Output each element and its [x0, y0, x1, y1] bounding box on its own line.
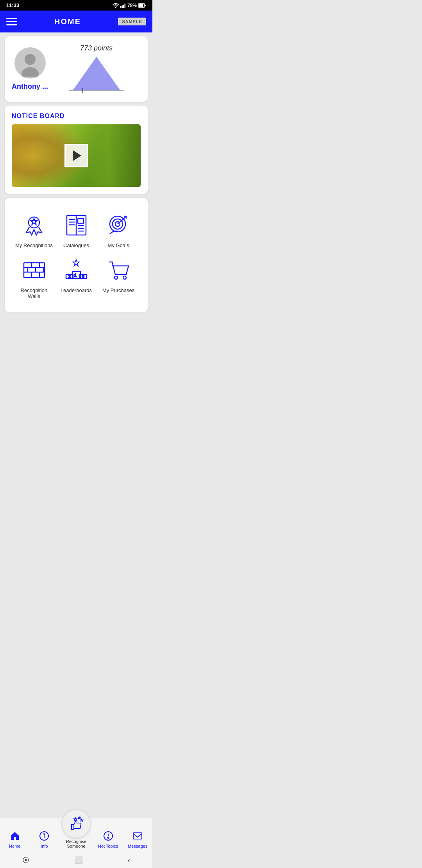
wall-icon [20, 256, 48, 283]
points-chart [69, 55, 124, 94]
menu-item-purchases[interactable]: My Purchases [99, 256, 138, 299]
svg-point-49 [114, 276, 118, 279]
wifi-icon [113, 3, 119, 8]
video-play-button[interactable] [64, 144, 88, 167]
svg-marker-10 [73, 57, 120, 90]
svg-rect-7 [139, 4, 143, 7]
svg-point-8 [25, 54, 36, 65]
menu-grid-card: My Recognitions [5, 198, 148, 312]
battery-icon [138, 3, 146, 8]
menu-button[interactable] [6, 18, 17, 25]
menu-item-recognition-walls[interactable]: Recognition Walls [15, 256, 53, 299]
svg-point-50 [123, 276, 126, 279]
battery-text: 78% [127, 3, 137, 8]
svg-rect-19 [78, 219, 84, 223]
header: HOME SAMPLE [0, 11, 152, 32]
svg-text:1: 1 [74, 273, 77, 278]
status-time: 11:33 [6, 2, 19, 8]
profile-right: 773 points [48, 44, 141, 94]
menu-item-goals[interactable]: My Goals [99, 211, 138, 248]
menu-grid: My Recognitions [12, 205, 141, 305]
status-bar: 11:33 78% [0, 0, 152, 11]
award-icon [20, 211, 48, 239]
svg-rect-32 [24, 263, 45, 278]
menu-item-catalogues[interactable]: Catalogues [57, 211, 95, 248]
svg-marker-48 [73, 260, 79, 266]
menu-label-catalogues: Catalogues [63, 242, 89, 248]
menu-label-purchases: My Purchases [102, 287, 134, 293]
menu-label-recognition-walls: Recognition Walls [15, 287, 53, 299]
avatar [14, 47, 46, 79]
notice-board-card: NOTICE BOARD [5, 106, 148, 194]
svg-text:3: 3 [82, 274, 84, 278]
profile-card: Anthony ... 773 points [5, 36, 148, 102]
svg-rect-2 [122, 5, 123, 8]
book-icon [63, 211, 90, 239]
svg-point-0 [115, 7, 116, 7]
status-icons: 78% [113, 3, 146, 8]
menu-item-leaderboards[interactable]: 1 2 3 Leaderboards [57, 256, 95, 299]
svg-rect-1 [120, 6, 122, 8]
profile-name: Anthony ... [12, 82, 48, 91]
signal-icon [120, 3, 126, 8]
svg-rect-4 [124, 4, 125, 8]
notice-board-title: NOTICE BOARD [12, 113, 141, 120]
menu-label-leaderboards: Leaderboards [61, 287, 92, 293]
cart-icon [105, 256, 132, 283]
person-silhouette-icon [16, 49, 44, 77]
target-icon [105, 211, 132, 239]
sample-badge: SAMPLE [118, 18, 146, 25]
profile-left: Anthony ... [12, 47, 48, 91]
menu-label-recognitions: My Recognitions [15, 242, 53, 248]
svg-text:2: 2 [68, 274, 70, 278]
leaderboard-icon: 1 2 3 [63, 256, 90, 283]
svg-line-30 [110, 231, 114, 234]
svg-rect-3 [123, 5, 124, 8]
main-content: Anthony ... 773 points NOTICE BOARD [0, 32, 152, 348]
svg-rect-6 [145, 5, 146, 6]
menu-label-goals: My Goals [108, 242, 129, 248]
svg-point-9 [21, 67, 39, 77]
notice-board-image[interactable] [12, 124, 141, 187]
play-icon [73, 150, 81, 161]
page-title: HOME [54, 17, 81, 26]
menu-item-recognitions[interactable]: My Recognitions [15, 211, 53, 248]
points-display: 773 points [80, 44, 113, 52]
